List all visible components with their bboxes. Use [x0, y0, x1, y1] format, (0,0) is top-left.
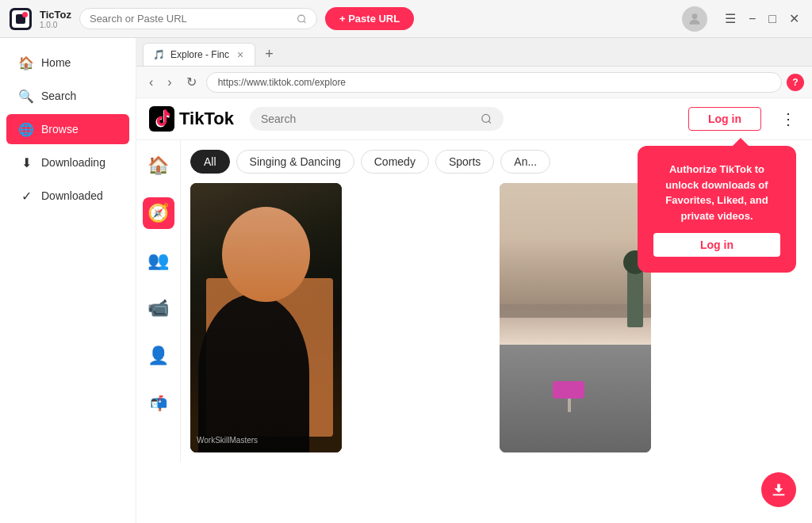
tiktok-nav-explore[interactable]: 🧭	[143, 197, 174, 229]
pill-sports[interactable]: Sports	[435, 150, 494, 174]
sidebar-item-browse[interactable]: 🌐 Browse	[6, 114, 129, 144]
browser-tab[interactable]: 🎵 Explore - Finc ×	[143, 43, 255, 66]
sidebar-item-home[interactable]: 🏠 Home	[6, 48, 129, 78]
avatar	[682, 6, 707, 32]
tab-bar: 🎵 Explore - Finc × +	[136, 38, 812, 67]
tiktok-sidenav: 🏠 🧭 👥 📹 👤 📬	[136, 140, 181, 462]
download-fab-icon	[770, 481, 787, 498]
downloaded-icon: ✓	[19, 189, 33, 203]
tiktok-login-button[interactable]: Log in	[688, 107, 761, 131]
video-card-2[interactable]	[500, 183, 651, 452]
search-icon	[297, 13, 307, 25]
tiktok-nav-home[interactable]: 🏠	[143, 150, 174, 181]
help-button[interactable]: ?	[787, 74, 804, 91]
url-text: https://www.tiktok.com/explore	[218, 77, 770, 88]
app-name: TicToz	[40, 9, 71, 21]
tab-title: Explore - Finc	[170, 49, 229, 60]
download-fab[interactable]	[761, 472, 796, 507]
tiktok-nav-profile[interactable]: 👤	[143, 340, 174, 372]
tiktok-search-input[interactable]	[261, 113, 474, 125]
pill-all[interactable]: All	[190, 150, 230, 174]
reload-button[interactable]: ↻	[182, 71, 201, 93]
window-controls: ☰ − □ ✕	[722, 8, 802, 29]
tab-favicon: 🎵	[153, 49, 164, 60]
sidebar-item-downloading[interactable]: ⬇ Downloading	[6, 147, 129, 178]
tiktok-nav-video[interactable]: 📹	[143, 292, 174, 324]
maximize-button[interactable]: □	[765, 9, 779, 29]
popup-login-button[interactable]: Log in	[653, 233, 780, 257]
app-name-block: TicToz 1.0.0	[40, 9, 71, 29]
app-logo	[10, 8, 32, 30]
sidebar-item-search-label: Search	[41, 90, 76, 102]
auth-popup: Authorize TikTok to unlock downloads of …	[638, 146, 796, 273]
back-button[interactable]: ‹	[144, 72, 158, 93]
home-icon: 🏠	[19, 55, 33, 70]
title-search-bar[interactable]	[79, 8, 317, 29]
close-button[interactable]: ✕	[786, 8, 802, 29]
sidebar: 🏠 Home 🔍 Search 🌐 Browse ⬇ Downloading ✓…	[0, 38, 136, 523]
search-icon: 🔍	[19, 89, 33, 103]
search-input[interactable]	[90, 13, 292, 25]
close-tab-button[interactable]: ×	[236, 48, 245, 61]
new-tab-button[interactable]: +	[259, 43, 280, 66]
pill-anime[interactable]: An...	[500, 150, 550, 174]
title-bar: TicToz 1.0.0 + Paste URL ☰ − □ ✕	[0, 0, 812, 38]
download-icon: ⬇	[19, 155, 33, 170]
paste-url-button[interactable]: + Paste URL	[325, 7, 414, 30]
tiktok-logo-text: TikTok	[179, 109, 234, 129]
pill-singing[interactable]: Singing & Dancing	[236, 150, 354, 174]
forward-button[interactable]: ›	[163, 72, 176, 93]
address-bar: ‹ › ↻ https://www.tiktok.com/explore ?	[136, 67, 812, 98]
tiktok-header: TikTok Log in ⋮	[136, 98, 812, 140]
sidebar-item-browse-label: Browse	[41, 123, 79, 136]
svg-point-0	[298, 15, 305, 22]
sidebar-item-downloading-label: Downloading	[41, 156, 105, 169]
tiktok-logo-icon	[149, 106, 174, 132]
svg-point-3	[482, 114, 490, 122]
pill-comedy[interactable]: Comedy	[361, 150, 429, 174]
video1-label: WorkSkillMasters	[197, 432, 335, 446]
tiktok-nav-inbox[interactable]: 📬	[143, 387, 174, 419]
browse-icon: 🌐	[19, 122, 33, 136]
sidebar-item-home-label: Home	[41, 56, 71, 69]
video-card-1[interactable]: WorkSkillMasters	[190, 183, 342, 452]
sidebar-item-search[interactable]: 🔍 Search	[6, 81, 129, 111]
minimize-button[interactable]: −	[745, 9, 759, 29]
tiktok-search-bar[interactable]	[250, 107, 504, 131]
sidebar-item-downloaded[interactable]: ✓ Downloaded	[6, 181, 129, 211]
tiktok-area: TikTok Log in ⋮ 🏠 🧭 👥 📹 👤 📬	[136, 98, 812, 523]
popup-text: Authorize TikTok to unlock downloads of …	[653, 162, 780, 223]
sidebar-item-downloaded-label: Downloaded	[41, 189, 103, 202]
main-layout: 🏠 Home 🔍 Search 🌐 Browse ⬇ Downloading ✓…	[0, 38, 812, 523]
menu-button[interactable]: ☰	[722, 8, 739, 29]
tiktok-search-icon	[481, 113, 492, 125]
tiktok-logo: TikTok	[149, 106, 234, 132]
app-version: 1.0.0	[40, 21, 71, 29]
tiktok-nav-friends[interactable]: 👥	[143, 245, 174, 277]
url-bar[interactable]: https://www.tiktok.com/explore	[206, 72, 782, 93]
tiktok-more-button[interactable]: ⋮	[777, 106, 799, 132]
svg-point-1	[692, 13, 698, 19]
browser-pane: 🎵 Explore - Finc × + ‹ › ↻ https://www.t…	[136, 38, 812, 523]
